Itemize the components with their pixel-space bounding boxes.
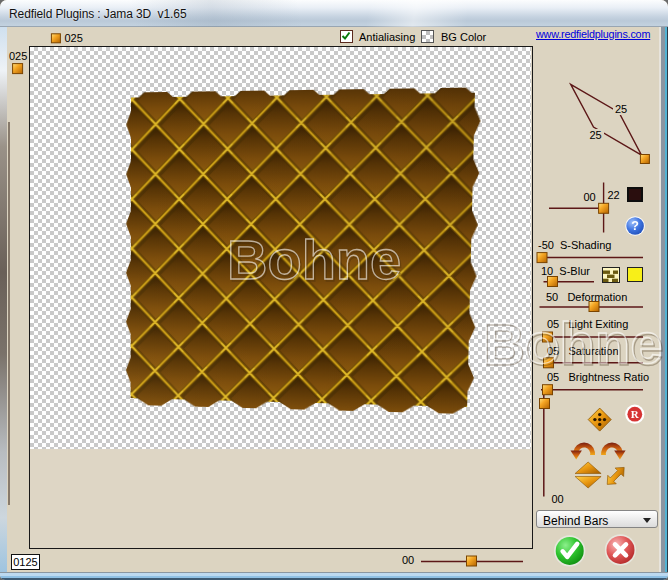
svg-text:R: R [631, 408, 640, 420]
svg-text:?: ? [631, 219, 639, 233]
